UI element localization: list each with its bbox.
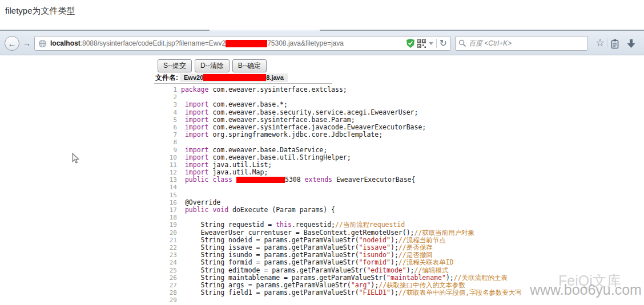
- code-line: 29: [164, 296, 638, 304]
- active-tab-gap: [210, 30, 320, 31]
- download-arrow-icon: [626, 39, 636, 48]
- star-icon: ☆: [595, 36, 605, 49]
- line-number: 20: [164, 229, 177, 237]
- clear-button[interactable]: D--清除: [195, 59, 230, 72]
- code-line: 7 import org.springframework.jdbc.core.J…: [164, 131, 638, 139]
- line-number: 14: [164, 184, 177, 191]
- filename-underline: [154, 83, 332, 84]
- redaction-box: [203, 74, 266, 81]
- redaction-box: [226, 40, 267, 47]
- line-number: 2: [164, 93, 177, 101]
- line-number: 7: [164, 131, 177, 139]
- line-number: 19: [164, 221, 177, 229]
- line-number: 18: [164, 214, 177, 221]
- line-number: 23: [164, 251, 177, 259]
- line-number: 9: [164, 147, 177, 154]
- line-number: 26: [164, 274, 177, 282]
- editor-button-row: S--提交 D--清除 B--确定: [158, 59, 267, 72]
- line-number: 6: [164, 124, 177, 131]
- divider: [607, 38, 607, 47]
- code-area[interactable]: 1package com.eweaver.sysinterface.extcla…: [164, 86, 638, 304]
- code-line: 17 public void doExecute (Param params) …: [164, 206, 638, 214]
- page-title: filetype为文件类型: [5, 6, 75, 17]
- line-number: 3: [164, 101, 177, 108]
- line-number: 12: [164, 169, 177, 176]
- line-number: 22: [164, 244, 177, 251]
- search-icon: [458, 39, 466, 47]
- mouse-cursor-icon: [72, 153, 80, 164]
- globe-icon: [38, 39, 47, 48]
- code-line: 15: [164, 192, 638, 199]
- forward-icon: →: [23, 39, 31, 48]
- chevron-down-icon[interactable]: [429, 42, 433, 45]
- url-path: :8088/sysinterface/codeEdit.jsp?filename…: [80, 39, 226, 47]
- downloads-button[interactable]: [625, 38, 637, 50]
- line-number: 16: [164, 199, 177, 206]
- line-number: 13: [164, 176, 177, 184]
- line-number: 1: [164, 86, 177, 93]
- qr-code-icon[interactable]: [417, 39, 426, 48]
- filename-label: 文件名:: [155, 73, 178, 83]
- line-number: 4: [164, 109, 177, 116]
- line-number: 5: [164, 116, 177, 124]
- forward-button[interactable]: →: [21, 38, 33, 49]
- confirm-button[interactable]: B--确定: [232, 59, 267, 72]
- search-input[interactable]: [469, 39, 585, 47]
- search-box[interactable]: [455, 36, 588, 51]
- url-domain: localhost: [50, 39, 80, 47]
- line-number: 8: [164, 139, 177, 146]
- bookmarks-menu-button[interactable]: [609, 38, 621, 50]
- clipboard-icon: [610, 39, 619, 49]
- filename-row: 文件名: Ewv208.java: [155, 72, 288, 83]
- submit-button[interactable]: S--提交: [158, 59, 192, 72]
- code-line: 28 String field1 = params.getParamValueS…: [164, 289, 638, 296]
- line-number: 28: [164, 289, 177, 296]
- line-number: 29: [164, 296, 177, 304]
- code-line: 1package com.eweaver.sysinterface.extcla…: [164, 86, 638, 93]
- line-number: 11: [164, 161, 177, 169]
- line-number: 27: [164, 282, 177, 289]
- redaction-box: [236, 177, 285, 183]
- line-number: 10: [164, 154, 177, 161]
- line-number: 15: [164, 192, 177, 199]
- back-icon: ←: [8, 39, 17, 48]
- security-shield-icon[interactable]: [406, 39, 414, 48]
- code-line: 14: [164, 184, 638, 191]
- code-line: 13 public class 5308 extends EweaverExec…: [164, 176, 638, 184]
- window-top-edge: [0, 30, 644, 31]
- bookmark-star-button[interactable]: ☆: [594, 36, 606, 49]
- url-bar[interactable]: localhost:8088/sysinterface/codeEdit.jsp…: [34, 36, 451, 51]
- line-number: 17: [164, 206, 177, 214]
- divider: [436, 39, 437, 48]
- line-number: 21: [164, 237, 177, 244]
- url-path-tail: 75308.java&filetype=java: [267, 39, 344, 47]
- reload-icon[interactable]: ↻: [440, 39, 447, 48]
- line-number: 24: [164, 259, 177, 266]
- back-button[interactable]: ←: [5, 36, 19, 51]
- filename-value: Ewv208.java: [180, 74, 288, 82]
- line-number: 25: [164, 267, 177, 274]
